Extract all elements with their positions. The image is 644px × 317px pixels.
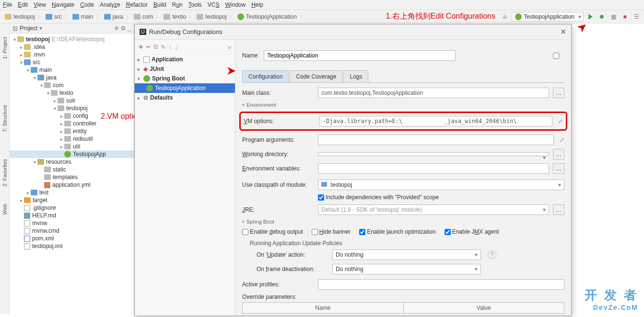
tree-help[interactable]: HELP.md [10,212,134,219]
menu-vcs[interactable]: VCS [208,1,220,8]
tree-entity[interactable]: ▸entity [10,127,134,135]
menu-build[interactable]: Build [153,1,166,8]
enable-debug-checkbox[interactable]: Enable debug output [242,228,303,235]
expand-vm-icon[interactable]: ⤢ [558,118,563,125]
on-frame-select[interactable]: Do nothing [332,264,481,274]
spring-boot-section[interactable]: Spring Boot [242,219,564,225]
env-vars-input[interactable] [318,163,549,174]
classpath-select[interactable]: testiopoj [318,180,564,190]
menu-analyze[interactable]: Analyze [100,1,120,8]
hide-icon[interactable]: ⎯ [128,25,131,32]
stop-button[interactable]: ■ [620,12,630,22]
tree-java[interactable]: ▾java [10,74,134,81]
copy-config-button[interactable]: ⧉ [153,43,158,51]
tree-mvn[interactable]: ▸.mvn [10,51,134,58]
config-springboot[interactable]: ▾Spring Boot [135,74,235,83]
active-profiles-input[interactable] [318,279,564,290]
tree-idea[interactable]: ▸.idea [10,43,134,51]
menu-view[interactable]: View [34,1,46,8]
tab-web[interactable]: Web [1,200,9,218]
bc-root[interactable]: testiopoj [3,12,37,21]
tab-structure[interactable]: 7: Structure [1,101,9,136]
tree-pom[interactable]: pom.xml [10,235,134,242]
menu-edit[interactable]: Edit [18,1,28,8]
main-class-browse[interactable]: … [553,88,564,98]
bc-src[interactable]: src [44,12,64,21]
tab-logs[interactable]: Logs [343,70,368,82]
tab-configuration[interactable]: Configuration [242,70,289,82]
config-application[interactable]: ▸Application [135,55,235,64]
menu-file[interactable]: File [3,1,12,8]
config-junit[interactable]: ▸◈JUnit [135,64,235,74]
bc-textio[interactable]: textio [162,12,188,21]
program-args-input[interactable] [318,135,554,145]
coverage-button[interactable]: ▦ [609,12,618,22]
bc-testiopoj[interactable]: testiopoj [195,12,229,21]
down-button[interactable]: ↓ [175,44,178,51]
build-icon[interactable]: ⇊ [500,12,510,22]
bc-main[interactable]: main [70,12,95,21]
name-input[interactable] [264,50,456,61]
tree-mvnw[interactable]: mvnw [10,219,134,227]
expand-button[interactable]: » [228,44,231,51]
tab-code-coverage[interactable]: Code Coverage [290,70,342,82]
run-config-dropdown[interactable]: TestiopojApplication [512,12,584,22]
bc-java[interactable]: java [102,12,125,21]
tree-testiopoj[interactable]: ▾testiopoj [10,104,134,112]
add-config-button[interactable]: + [139,43,143,51]
collapse-icon[interactable]: ⊕ [114,25,119,32]
tree-target[interactable]: ▸target [10,196,134,204]
enable-jmx-checkbox[interactable]: Enable JMX agent [445,228,499,235]
working-dir-input[interactable] [318,152,549,156]
config-selected[interactable]: TestiopojApplication [135,83,235,93]
menu-tools[interactable]: Tools [188,1,202,8]
menu-code[interactable]: Code [80,1,94,8]
tree-app-file[interactable]: TestiopojApp [10,150,134,158]
help-icon[interactable]: ? [488,250,496,259]
project-tree[interactable]: ▾testiopojE:\IDEAFile\testiopoj ▸.idea ▸… [10,34,134,314]
menu-run[interactable]: Run [172,1,183,8]
settings-icon[interactable]: ✿ [121,25,126,32]
jre-browse[interactable]: … [553,204,564,215]
tree-solr[interactable]: ▸solr [10,97,134,104]
tree-util[interactable]: ▸util [10,143,134,150]
environment-section[interactable]: Environment [242,102,564,108]
hide-banner-checkbox[interactable]: Hide banner [312,228,351,235]
bc-com[interactable]: com [132,12,155,21]
tree-textio[interactable]: ▾textio [10,89,134,97]
tree-src[interactable]: ▾src [10,58,134,66]
share-checkbox[interactable]: Share [460,52,571,59]
tree-root[interactable]: ▾testiopojE:\IDEAFile\testiopoj [10,35,134,43]
up-button[interactable]: ↑ [169,44,172,51]
tree-static[interactable]: static [10,166,134,173]
on-update-select[interactable]: Do nothing [332,249,481,260]
vm-options-input[interactable] [319,116,552,126]
menu-window[interactable]: Window [225,1,246,8]
menu-refactor[interactable]: Refactor [126,1,148,8]
expand-args-icon[interactable]: ⤢ [560,136,564,143]
menu-navigate[interactable]: Navigate [52,1,74,8]
run-button[interactable] [585,12,595,22]
tree-gitignore[interactable]: .gitignore [10,204,134,212]
tree-iml[interactable]: testiopoj.iml [10,242,134,250]
debug-button[interactable]: ✸ [597,12,607,22]
menu-help[interactable]: Help [251,1,263,8]
remove-config-button[interactable]: − [146,43,150,51]
tree-templates[interactable]: templates [10,173,134,181]
tree-main[interactable]: ▾main [10,66,134,74]
working-dir-browse[interactable]: … [553,149,564,159]
enable-launch-checkbox[interactable]: Enable launch optimization [359,228,435,235]
jre-select[interactable]: Default (1.8 - SDK of 'testiopoj' module… [318,204,549,215]
tree-redisutil[interactable]: ▸redisutil [10,135,134,143]
tab-favorites[interactable]: 2: Favorites [1,155,9,190]
tree-mvnwcmd[interactable]: mvnw.cmd [10,227,134,235]
tab-project[interactable]: 1: Project [1,33,9,63]
bc-app[interactable]: TestiopojApplication [235,12,299,21]
dialog-close-button[interactable]: ✕ [560,27,566,36]
tree-com[interactable]: ▾com [10,81,134,89]
config-tree[interactable]: ▸Application ▸◈JUnit ▾Spring Boot Testio… [135,55,235,316]
tree-appyml[interactable]: application.yml [10,181,134,189]
structure-button[interactable]: ☰ [632,12,641,22]
include-provided-checkbox[interactable]: Include dependencies with "Provided" sco… [318,194,439,201]
main-class-input[interactable] [318,88,549,98]
